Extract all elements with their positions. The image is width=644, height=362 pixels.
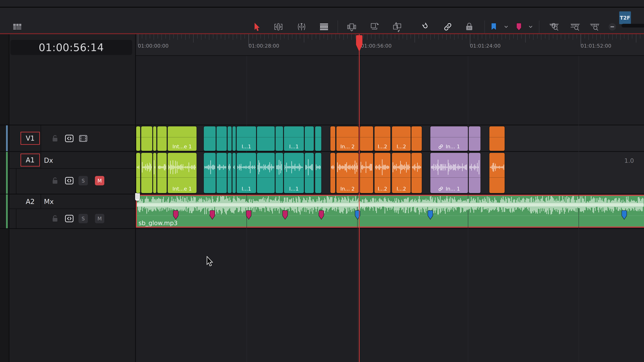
custom-zoom-icon[interactable] — [549, 21, 560, 32]
timeline-clip-audio[interactable] — [469, 153, 480, 193]
dynamic-trim-mode-icon[interactable] — [296, 21, 307, 32]
timeline-clip-video[interactable] — [228, 126, 232, 151]
timeline-clip-video[interactable] — [305, 126, 314, 151]
timeline-clip-audio[interactable]: I...1 — [284, 153, 304, 193]
a2-track-name[interactable]: Mx — [44, 198, 54, 205]
razor-edit-mode-icon[interactable] — [319, 21, 330, 32]
timeline-clip-video[interactable]: I...2 — [374, 126, 390, 151]
a2-solo-button[interactable]: S — [78, 214, 88, 223]
playhead-handle[interactable] — [356, 35, 362, 52]
timeline-clip-video[interactable] — [360, 126, 373, 151]
timeline-clip-audio[interactable] — [489, 153, 505, 193]
timeline-clip-video[interactable]: I...1 — [284, 126, 304, 151]
timeline-clip-audio[interactable] — [305, 153, 314, 193]
detail-zoom-icon[interactable] — [570, 21, 580, 32]
timeline-clip-audio[interactable] — [412, 153, 422, 193]
timeline-clip-audio[interactable]: In... 2 — [336, 153, 358, 193]
overwrite-clip-icon[interactable] — [369, 21, 380, 32]
clip-volume-line — [469, 177, 480, 178]
timeline-marker-pink[interactable] — [318, 210, 324, 220]
timeline-clip-audio[interactable]: I...1 — [237, 153, 256, 193]
timeline-marker-pink[interactable] — [246, 210, 252, 220]
v1-lock-icon[interactable] — [50, 134, 60, 143]
timeline-clip-audio[interactable] — [276, 153, 283, 193]
timeline-marker-pink[interactable] — [282, 210, 288, 220]
timeline-clip-audio[interactable] — [330, 153, 335, 193]
timeline-clip-video[interactable] — [276, 126, 283, 151]
a1-destination-button[interactable]: A1 — [20, 153, 40, 167]
timeline-clip-video[interactable]: In... 2 — [336, 126, 358, 151]
snapping-icon[interactable] — [420, 21, 431, 32]
timeline-clip-audio[interactable]: In... 1 — [430, 153, 468, 193]
timeline-clip-audio[interactable] — [153, 153, 156, 193]
zoom-out-icon[interactable] — [607, 21, 618, 32]
timeline-clip-video[interactable] — [204, 126, 216, 151]
timeline-clip-audio[interactable]: Int...e 1 — [168, 153, 196, 193]
timeline-clip-audio[interactable] — [216, 153, 227, 193]
a2-lock-icon[interactable] — [50, 214, 60, 223]
timeline-clip-audio[interactable] — [360, 153, 373, 193]
timeline-clip-video[interactable] — [136, 126, 140, 151]
timeline-view-options-icon[interactable] — [12, 21, 23, 32]
timeline-clip-video[interactable] — [257, 126, 275, 151]
replace-clip-icon[interactable] — [392, 21, 402, 32]
position-lock-icon[interactable] — [464, 21, 474, 32]
insert-clip-icon[interactable] — [346, 21, 357, 32]
a1-mute-button[interactable]: M — [95, 176, 104, 185]
selection-mode-icon[interactable] — [251, 21, 262, 32]
timeline-clip-audio[interactable] — [257, 153, 275, 193]
a1-track-name[interactable]: Dx — [44, 157, 53, 164]
timeline-marker-pink[interactable] — [210, 210, 215, 220]
timeline-clip-audio[interactable] — [136, 153, 140, 193]
v1-destination-button[interactable]: V1 — [20, 132, 40, 145]
timeline-clip-video[interactable] — [489, 126, 505, 151]
clip-thumbnail-divider — [315, 137, 321, 137]
marker-dropdown-icon[interactable] — [525, 21, 536, 32]
timeline-clip-audio[interactable] — [228, 153, 232, 193]
timeline-clip-video[interactable] — [157, 126, 167, 151]
a2-destination-button[interactable]: A2 — [20, 195, 40, 208]
timeline-clip-video[interactable] — [216, 126, 227, 151]
timeline-clip-video[interactable] — [315, 126, 321, 151]
clip-thumbnail-divider — [237, 137, 256, 137]
timeline-clip-video[interactable]: Int...e 1 — [168, 126, 196, 151]
playhead-line[interactable] — [359, 34, 360, 362]
timeline-clip-video[interactable] — [469, 126, 480, 151]
flag-icon[interactable] — [488, 21, 499, 32]
timeline-clip-video[interactable] — [153, 126, 156, 151]
a2-auto-select-icon[interactable] — [64, 214, 74, 223]
timeline-ruler[interactable]: 01:00:00:0001:00:28:0001:00:56:0001:01:2… — [136, 34, 644, 55]
timeline-marker-pink[interactable] — [173, 210, 178, 220]
v1-auto-select-icon[interactable] — [64, 134, 74, 143]
t2f-extension-badge[interactable]: T2F — [619, 11, 631, 24]
zoom-slider[interactable] — [622, 24, 644, 27]
timeline-clip-video[interactable] — [141, 126, 152, 151]
timeline-clip-video[interactable]: In... 1 — [430, 126, 468, 151]
timeline-clip-audio[interactable] — [315, 153, 321, 193]
timeline-clip-video[interactable]: I...2 — [392, 126, 411, 151]
a1-lock-icon[interactable] — [50, 176, 60, 185]
v1-thumbnail-view-icon[interactable] — [78, 134, 88, 143]
timeline-clip-audio[interactable]: I...2 — [374, 153, 390, 193]
flag-dropdown-icon[interactable] — [501, 21, 512, 32]
timeline-clip-audio[interactable] — [157, 153, 167, 193]
timeline-clip-video[interactable] — [232, 126, 236, 151]
timeline-clip-audio[interactable]: I...2 — [392, 153, 411, 193]
timeline-marker-blue[interactable] — [428, 210, 433, 220]
a2-mute-button[interactable]: M — [95, 214, 104, 223]
a1-solo-button[interactable]: S — [78, 176, 88, 185]
linked-selection-icon[interactable] — [442, 21, 453, 32]
ruler-tick — [529, 34, 530, 38]
trim-edit-mode-icon[interactable] — [273, 21, 284, 32]
timeline-clip-video[interactable] — [412, 126, 422, 151]
timeline-marker-blue[interactable] — [621, 210, 627, 220]
a1-auto-select-icon[interactable] — [64, 176, 74, 185]
timeline-clip-video[interactable] — [330, 126, 335, 151]
clip-volume-line — [374, 177, 390, 178]
timeline-clip-audio[interactable] — [232, 153, 236, 193]
timeline-clip-audio[interactable] — [141, 153, 152, 193]
marker-icon[interactable] — [514, 21, 524, 32]
timeline-clip-audio[interactable] — [204, 153, 216, 193]
timeline-clip-video[interactable]: I...1 — [237, 126, 256, 151]
full-extent-zoom-icon[interactable] — [589, 21, 600, 32]
